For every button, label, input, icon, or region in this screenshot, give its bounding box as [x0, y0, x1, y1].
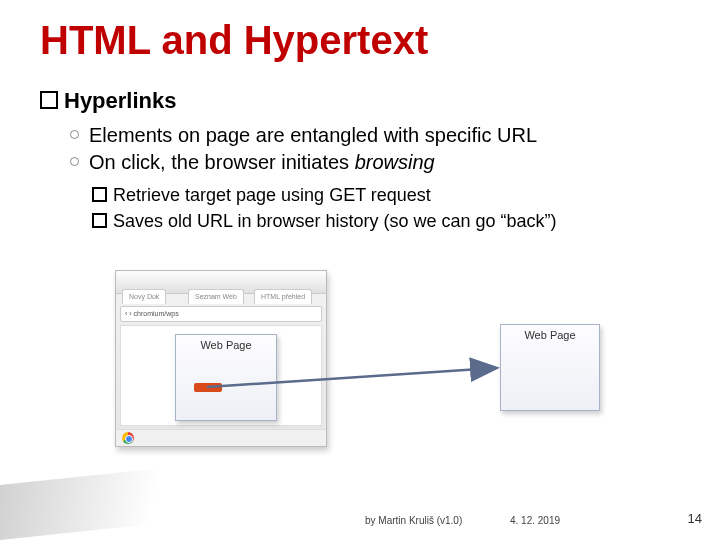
sub-bullet-2-text: Saves old URL in browser history (so we …: [113, 211, 557, 231]
sub-bullet-2: Saves old URL in browser history (so we …: [92, 208, 557, 234]
bullet-2-text-b: browsing: [355, 151, 435, 173]
bullet-1-text: Elements on page are entangled with spec…: [89, 124, 537, 146]
diagram: Nový Dok Seznam Web HTML přehled ‹ › chr…: [115, 270, 595, 450]
ring-bullet-icon: [70, 157, 79, 166]
sub-bullet-list: Retrieve target page using GET request S…: [92, 182, 557, 234]
ring-bullet-icon: [70, 130, 79, 139]
bullet-2: On click, the browser initiates browsing: [70, 149, 537, 176]
decorative-shadow: [0, 462, 220, 540]
slide-title: HTML and Hypertext: [40, 18, 428, 63]
footer-author: by Martin Kruliš (v1.0): [365, 515, 462, 526]
bullet-list: Elements on page are entangled with spec…: [70, 122, 537, 176]
checkbox-bullet-icon: [92, 213, 107, 228]
section-text: Hyperlinks: [64, 88, 177, 113]
slide: HTML and Hypertext Hyperlinks Elements o…: [0, 0, 720, 540]
footer-page-number: 14: [688, 511, 702, 526]
bullet-1: Elements on page are entangled with spec…: [70, 122, 537, 149]
checkbox-bullet-icon: [92, 187, 107, 202]
checkbox-bullet-icon: [40, 91, 58, 109]
sub-bullet-1-text: Retrieve target page using GET request: [113, 185, 431, 205]
sub-bullet-1: Retrieve target page using GET request: [92, 182, 557, 208]
section-heading: Hyperlinks: [40, 88, 177, 114]
svg-line-0: [207, 368, 495, 387]
bullet-2-text-a: On click, the browser initiates: [89, 151, 355, 173]
footer-date: 4. 12. 2019: [510, 515, 560, 526]
arrow-icon: [115, 270, 595, 450]
